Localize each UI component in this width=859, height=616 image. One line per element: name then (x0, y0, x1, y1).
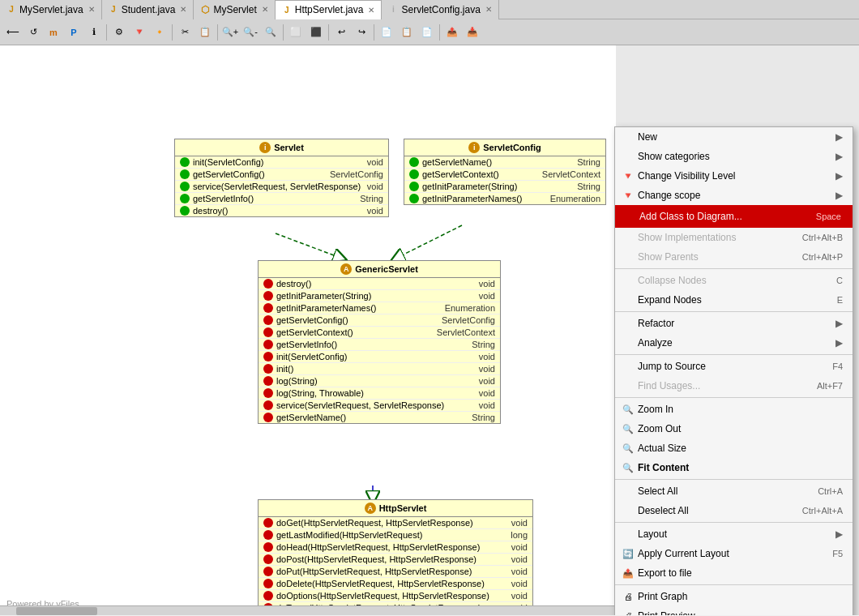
menu-item-print-preview[interactable]: 🖨 Print Preview (615, 606, 853, 615)
method-return: String (577, 182, 600, 191)
toolbar-undo-btn[interactable]: ↩ (331, 23, 351, 42)
method-name: init(ServletConfig) (193, 157, 364, 167)
menu-item-apply-layout[interactable]: 🔄 Apply Current Layout F5 (615, 544, 853, 563)
toolbar-flag2-btn[interactable]: 🔸 (150, 23, 169, 42)
menu-item-show-parents: Show Parents Ctrl+Alt+P (615, 247, 853, 267)
add-class-icon (623, 210, 636, 223)
menu-item-new[interactable]: New ▶ (615, 127, 853, 147)
horizontal-scrollbar[interactable] (0, 605, 616, 615)
genericservlet-class-box[interactable]: A GenericServlet destroy() void getInitP… (258, 260, 501, 424)
method-return: void (511, 542, 528, 552)
method-visibility-icon (263, 554, 273, 564)
servlet-class-box[interactable]: i Servlet init(ServletConfig) void getSe… (174, 139, 389, 217)
toolbar-doc3-btn[interactable]: 📄 (417, 23, 437, 42)
method-return: String (472, 413, 495, 422)
menu-item-add-class[interactable]: Add Class to Diagram... Space (615, 205, 853, 228)
tab-httpservlet-java[interactable]: J HttpServlet.java ✕ (276, 0, 382, 19)
main-area: i Servlet init(ServletConfig) void getSe… (0, 45, 859, 615)
interface-icon: i (259, 142, 271, 153)
toolbar: ⟵ ↺ m P ℹ ⚙ 🔻 🔸 ✂ 📋 🔍+ 🔍- 🔍 ⬜ ⬛ ↩ ↪ 📄 📋 … (0, 19, 859, 45)
tab-servletconfig-java[interactable]: i ServletConfig.java ✕ (382, 0, 498, 19)
toolbar-m-btn[interactable]: m (44, 23, 63, 42)
toolbar-cut-btn[interactable]: ✂ (175, 23, 194, 42)
toolbar-zoomin-btn[interactable]: 🔍+ (220, 23, 240, 42)
menu-item-select-all[interactable]: Select All Ctrl+A (615, 481, 853, 501)
refactor-submenu-arrow: ▶ (835, 318, 843, 329)
menu-label-expand: Expand Nodes (638, 294, 831, 306)
menu-item-analyze[interactable]: Analyze ▶ (615, 333, 853, 353)
menu-item-fit-content[interactable]: 🔍 Fit Content (615, 458, 853, 477)
scrollbar-thumb[interactable] (16, 607, 97, 615)
svg-line-2 (276, 233, 340, 258)
toolbar-gear-btn[interactable]: ⚙ (109, 23, 129, 42)
toolbar-flag1-btn[interactable]: 🔻 (130, 23, 149, 42)
tab-close[interactable]: ✕ (368, 6, 374, 15)
menu-item-deselect-all[interactable]: Deselect All Ctrl+Alt+A (615, 501, 853, 520)
menu-item-visibility[interactable]: 🔻 Change Visibility Level ▶ (615, 166, 853, 186)
toolbar-zoom-btn[interactable]: 🔍 (261, 23, 280, 42)
menu-sep-2 (615, 311, 853, 312)
toolbar-export-btn[interactable]: 📤 (442, 23, 462, 42)
httpservlet-class-box[interactable]: A HttpServlet doGet(HttpServletRequest, … (258, 499, 533, 614)
tab-myservlet-java[interactable]: J MyServlet.java ✕ (0, 0, 102, 19)
toolbar-sep-1 (106, 24, 107, 41)
menu-item-export[interactable]: 📤 Export to file (615, 563, 853, 583)
tab-close[interactable]: ✕ (88, 5, 95, 14)
method-return: ServletContext (437, 327, 495, 337)
tab-close[interactable]: ✕ (485, 5, 492, 14)
method-name: doPost(HttpServletRequest, HttpServletRe… (276, 554, 508, 564)
toolbar-doc1-btn[interactable]: 📄 (377, 23, 396, 42)
method-name: getLastModified(HttpServletRequest) (276, 530, 507, 540)
method-name: getInitParameterNames() (276, 303, 442, 313)
servletconfig-class-box[interactable]: i ServletConfig getServletName() String … (404, 139, 606, 205)
menu-item-actual-size[interactable]: 🔍 Actual Size (615, 438, 853, 458)
menu-item-show-categories[interactable]: Show categories ▶ (615, 147, 853, 166)
tab-myservlet[interactable]: ⬡ MyServlet ✕ (194, 0, 275, 19)
menu-item-scope[interactable]: 🔻 Change scope ▶ (615, 186, 853, 205)
menu-item-zoom-out[interactable]: 🔍 Zoom Out (615, 419, 853, 438)
toolbar-redo-btn[interactable]: ↪ (352, 23, 371, 42)
method-name: doHead(HttpServletRequest, HttpServletRe… (276, 542, 508, 552)
method-name: init(ServletConfig) (276, 352, 476, 361)
menu-label-apply-layout: Apply Current Layout (638, 548, 826, 559)
tab-close[interactable]: ✕ (262, 5, 268, 14)
menu-label-visibility: Change Visibility Level (638, 170, 832, 182)
uml-row: doPost(HttpServletRequest, HttpServletRe… (259, 554, 532, 566)
toolbar-import-btn[interactable]: 📥 (463, 23, 482, 42)
uml-row: service(ServletRequest, ServletResponse)… (259, 400, 500, 412)
method-visibility-icon (263, 567, 273, 576)
menu-label-add-class: Add Class to Diagram... (639, 211, 810, 222)
toolbar-info-btn[interactable]: ℹ (84, 23, 104, 42)
menu-item-collapse: Collapse Nodes C (615, 271, 853, 290)
actual-size-icon: 🔍 (622, 442, 635, 455)
menu-label-analyze: Analyze (638, 337, 832, 349)
toolbar-back-btn[interactable]: ⟵ (3, 23, 23, 42)
menu-item-print-graph[interactable]: 🖨 Print Graph (615, 587, 853, 606)
toolbar-box1-btn[interactable]: ⬜ (286, 23, 306, 42)
toolbar-zoomout-btn[interactable]: 🔍- (241, 23, 260, 42)
tab-close[interactable]: ✕ (180, 5, 186, 14)
layout-submenu-arrow: ▶ (835, 528, 843, 540)
method-name: getServletInfo() (276, 340, 468, 349)
menu-item-expand[interactable]: Expand Nodes E (615, 290, 853, 310)
menu-item-show-impl: Show Implementations Ctrl+Alt+B (615, 228, 853, 247)
uml-row: getInitParameterNames() Enumeration (404, 193, 605, 204)
menu-label-find-usages: Find Usages... (638, 380, 810, 391)
toolbar-refresh-btn[interactable]: ↺ (24, 23, 43, 42)
menu-item-layout[interactable]: Layout ▶ (615, 524, 853, 544)
diagram-canvas[interactable]: i Servlet init(ServletConfig) void getSe… (0, 45, 616, 615)
menu-item-refactor[interactable]: Refactor ▶ (615, 314, 853, 333)
method-name: destroy() (193, 206, 364, 216)
toolbar-doc2-btn[interactable]: 📋 (397, 23, 417, 42)
method-return: void (479, 279, 495, 289)
show-impl-icon (622, 231, 635, 244)
toolbar-sep-5 (328, 24, 329, 41)
tab-student-java[interactable]: J Student.java ✕ (102, 0, 194, 19)
toolbar-p-btn[interactable]: P (64, 23, 83, 42)
layout-icon (622, 528, 635, 541)
method-name: getInitParameterNames() (422, 194, 547, 203)
toolbar-box2-btn[interactable]: ⬛ (306, 23, 326, 42)
menu-item-jump-source[interactable]: Jump to Source F4 (615, 357, 853, 376)
toolbar-copy-btn[interactable]: 📋 (195, 23, 215, 42)
menu-item-zoom-in[interactable]: 🔍 Zoom In (615, 400, 853, 419)
